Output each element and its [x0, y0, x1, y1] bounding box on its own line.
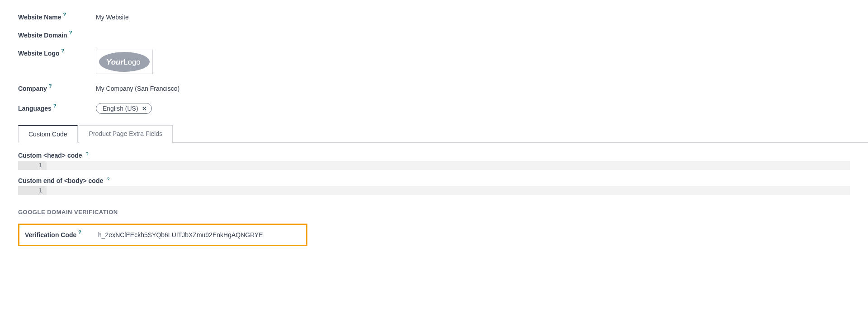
section-title-verification: GOOGLE DOMAIN VERIFICATION — [18, 209, 850, 215]
label-body-code: Custom end of <body> code — [18, 177, 103, 184]
value-verification-code[interactable]: h_2exNClEEckh5SYQb6LUITJbXZmu92EnkHgAQNG… — [98, 231, 263, 238]
row-website-logo: Website Logo ? Your Logo — [18, 50, 868, 74]
row-website-name: Website Name ? My Website — [18, 14, 868, 21]
help-icon[interactable]: ? — [53, 103, 57, 108]
help-icon[interactable]: ? — [69, 30, 72, 35]
line-number: 1 — [18, 161, 45, 170]
label-text: Languages — [18, 105, 52, 112]
help-icon[interactable]: ? — [49, 83, 52, 89]
row-website-domain: Website Domain ? — [18, 32, 868, 39]
tab-product-page-extra-fields[interactable]: Product Page Extra Fields — [79, 125, 173, 143]
label-text: Company — [18, 85, 47, 92]
tab-custom-code[interactable]: Custom Code — [18, 125, 78, 143]
close-icon[interactable]: ✕ — [142, 105, 147, 112]
code-body[interactable] — [45, 186, 850, 195]
row-languages: Languages ? English (US) ✕ — [18, 103, 868, 114]
section-head-code: Custom <head> code ? 1 — [18, 152, 850, 170]
label-company: Company ? — [18, 85, 96, 92]
label-languages: Languages ? — [18, 105, 96, 112]
svg-text:Your: Your — [106, 58, 124, 66]
value-website-name[interactable]: My Website — [96, 14, 129, 21]
editor-head-code[interactable]: 1 — [18, 161, 850, 170]
editor-body-code[interactable]: 1 — [18, 186, 850, 195]
label-text: Verification Code — [25, 231, 76, 238]
label-text: Website Domain — [18, 32, 67, 39]
language-tag[interactable]: English (US) ✕ — [96, 103, 152, 114]
tab-content: Custom <head> code ? 1 Custom end of <bo… — [0, 143, 868, 264]
tag-label: English (US) — [103, 105, 138, 112]
label-website-name: Website Name ? — [18, 14, 96, 21]
label-head-code: Custom <head> code — [18, 152, 82, 159]
label-website-logo: Website Logo ? — [18, 50, 96, 57]
help-icon[interactable]: ? — [63, 12, 66, 17]
value-company[interactable]: My Company (San Francisco) — [96, 85, 179, 92]
label-verification-code: Verification Code ? — [25, 231, 98, 238]
label-website-domain: Website Domain ? — [18, 32, 96, 39]
form-area: Website Name ? My Website Website Domain… — [0, 0, 868, 143]
label-text: Website Name — [18, 14, 61, 21]
tabs: Custom Code Product Page Extra Fields — [18, 125, 868, 143]
svg-text:Logo: Logo — [123, 58, 141, 66]
help-icon[interactable]: ? — [107, 177, 109, 182]
help-icon[interactable]: ? — [78, 229, 81, 235]
value-languages[interactable]: English (US) ✕ — [96, 103, 152, 114]
section-body-code: Custom end of <body> code ? 1 — [18, 177, 850, 195]
row-company: Company ? My Company (San Francisco) — [18, 85, 868, 92]
verification-highlight: Verification Code ? h_2exNClEEckh5SYQb6L… — [18, 224, 307, 246]
line-number: 1 — [18, 186, 45, 195]
code-body[interactable] — [45, 161, 850, 170]
help-icon[interactable]: ? — [85, 151, 88, 157]
logo-preview[interactable]: Your Logo — [96, 50, 153, 74]
help-icon[interactable]: ? — [61, 48, 65, 53]
logo-image: Your Logo — [97, 51, 151, 73]
label-text: Website Logo — [18, 50, 60, 57]
